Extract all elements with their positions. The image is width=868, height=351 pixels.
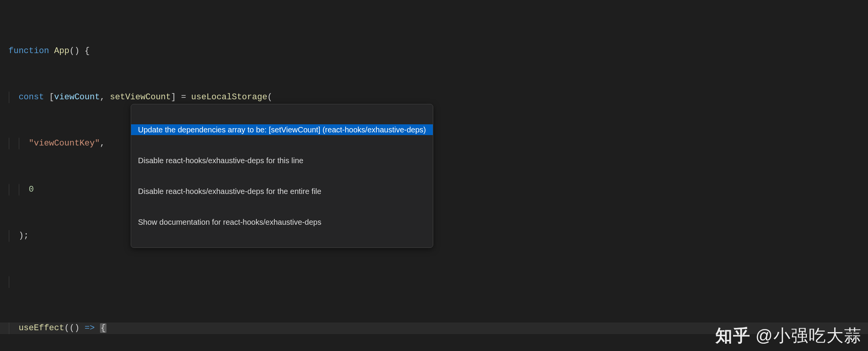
arrow: => (85, 323, 95, 333)
function-name: App (54, 46, 70, 56)
number-literal: 0 (29, 185, 34, 194)
keyword-const: const (18, 92, 44, 102)
code-line (8, 276, 868, 288)
quickfix-item-disable-file[interactable]: Disable react-hooks/exhaustive-deps for … (131, 186, 433, 197)
identifier: setViewCount (110, 92, 171, 102)
identifier: viewCount (54, 92, 100, 102)
watermark-text: @小强吃大蒜 (755, 324, 862, 347)
punct: ); (18, 231, 28, 241)
function-call: useEffect (18, 323, 64, 333)
cursor-brace: { (100, 323, 106, 333)
punct: () { (69, 46, 90, 56)
quickfix-item-disable-line[interactable]: Disable react-hooks/exhaustive-deps for … (131, 155, 433, 166)
string-literal: "viewCountKey" (29, 139, 100, 148)
code-line: const [viewCount, setViewCount] = useLoc… (8, 92, 868, 103)
function-call: useLocalStorage (191, 92, 267, 102)
keyword-function: function (8, 46, 49, 56)
watermark: 知乎 @小强吃大蒜 (715, 324, 862, 347)
quickfix-menu[interactable]: Update the dependencies array to be: [se… (131, 104, 433, 248)
code-editor[interactable]: function App() { const [viewCount, setVi… (0, 0, 868, 351)
quickfix-item-update-deps[interactable]: Update the dependencies array to be: [se… (131, 124, 433, 135)
zhihu-logo: 知乎 (715, 324, 751, 347)
quickfix-item-show-docs[interactable]: Show documentation for react-hooks/exhau… (131, 217, 433, 227)
code-line: function App() { (8, 45, 868, 57)
